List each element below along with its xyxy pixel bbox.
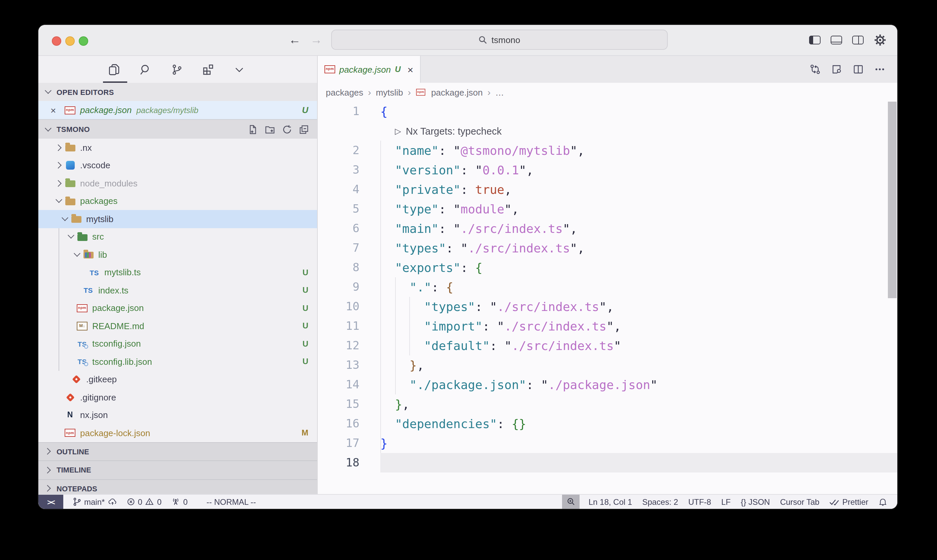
tree-item-packages[interactable]: packages	[38, 192, 317, 210]
source-control-tab-icon[interactable]	[172, 64, 182, 75]
code-line-18[interactable]: 18	[318, 453, 897, 472]
breadcrumb-item[interactable]: mytslib	[376, 87, 403, 97]
indentation-status[interactable]: Spaces: 2	[642, 497, 678, 506]
code-line-6[interactable]: 6 "main": "./src/index.ts",	[318, 219, 897, 238]
new-folder-icon[interactable]	[265, 124, 275, 134]
close-editor-icon[interactable]: ×	[51, 105, 60, 115]
breadcrumb-item[interactable]: packages	[326, 87, 363, 97]
fold-src-icon	[77, 232, 88, 242]
more-views-chevron-icon[interactable]	[234, 64, 245, 74]
open-editors-header[interactable]: OPEN EDITORS	[38, 83, 317, 101]
git-status-badge: M	[302, 428, 317, 438]
indent-guide	[395, 277, 395, 394]
vertical-scrollbar[interactable]	[888, 102, 897, 298]
tree-item-readme-md[interactable]: README.mdU	[38, 317, 317, 335]
chevron-down-icon[interactable]	[67, 232, 77, 242]
remote-indicator[interactable]: ><	[38, 495, 63, 509]
new-file-icon[interactable]	[248, 124, 258, 134]
tree-item--vscode[interactable]: .vscode	[38, 157, 317, 174]
more-actions-icon[interactable]	[874, 64, 885, 75]
chevron-down-icon[interactable]	[54, 196, 65, 206]
open-editor-item[interactable]: × package.json packages/mytslib U	[38, 101, 317, 119]
language-mode-status[interactable]: {} JSON	[741, 497, 770, 506]
line-content: {	[380, 102, 897, 121]
tree-item-index-ts[interactable]: index.tsU	[38, 282, 317, 299]
toggle-secondary-sidebar-button[interactable]	[852, 36, 864, 45]
tree-item-tsconfig-json[interactable]: tsconfig.jsonU	[38, 335, 317, 353]
code-line-12[interactable]: 12 "default": "./src/index.ts"	[318, 336, 897, 355]
chevron-down-icon[interactable]	[73, 250, 83, 260]
explorer-section-header[interactable]: TSMONO	[38, 119, 317, 138]
cursor-tab-status[interactable]: Cursor Tab	[780, 497, 820, 506]
formatter-status[interactable]: Prettier	[829, 497, 868, 506]
problems-status[interactable]: 0 0	[126, 497, 162, 506]
code-line-3[interactable]: 3 "version": "0.0.1",	[318, 160, 897, 180]
cursor-position-status[interactable]: Ln 18, Col 1	[589, 497, 632, 506]
code-line-10[interactable]: 10 "types": "./src/index.ts",	[318, 297, 897, 316]
code-line-14[interactable]: 14 "./package.json": "./package.json"	[318, 375, 897, 394]
tree-item-mytslib-ts[interactable]: mytslib.tsU	[38, 263, 317, 282]
tree-item-lib[interactable]: lib	[38, 246, 317, 263]
tree-item--nx[interactable]: .nx	[38, 138, 317, 157]
tree-item-src[interactable]: src	[38, 228, 317, 246]
tree-item--gitignore[interactable]: .gitignore	[38, 388, 317, 406]
code-line-16[interactable]: 16 "dependencies": {}	[318, 414, 897, 434]
zoom-status-button[interactable]	[562, 495, 580, 509]
code-line-5[interactable]: 5 "type": "module",	[318, 199, 897, 219]
git-branch-status[interactable]: main*	[73, 497, 117, 506]
tree-item-tsconfig-lib-json[interactable]: tsconfig.lib.jsonU	[38, 353, 317, 371]
close-window-button[interactable]	[52, 36, 61, 46]
chevron-right-icon[interactable]	[54, 160, 65, 171]
explorer-tab-icon[interactable]	[108, 64, 120, 75]
settings-gear-icon[interactable]	[874, 34, 886, 46]
vim-mode-indicator[interactable]: -- NORMAL --	[207, 497, 256, 506]
tree-item-mytslib[interactable]: mytslib	[38, 210, 317, 228]
collapse-all-icon[interactable]	[299, 124, 309, 134]
tree-item-package-lock-json[interactable]: package-lock.jsonM	[38, 424, 317, 442]
code-line-2[interactable]: 2 "name": "@tsmono/mytslib",	[318, 141, 897, 160]
code-line-9[interactable]: 9 ".": {	[318, 277, 897, 297]
timeline-section-header[interactable]: TIMELINE	[38, 460, 317, 479]
toggle-primary-sidebar-button[interactable]	[809, 36, 820, 45]
tab-package-json[interactable]: package.json U ×	[318, 56, 421, 83]
forward-button[interactable]: →	[310, 31, 322, 48]
command-center-search[interactable]: tsmono	[331, 29, 668, 50]
zoom-window-button[interactable]	[79, 36, 88, 46]
encoding-status[interactable]: UTF-8	[688, 497, 711, 506]
outline-section-header[interactable]: OUTLINE	[38, 442, 317, 460]
code-line-13[interactable]: 13 },	[318, 355, 897, 375]
notifications-bell[interactable]	[879, 497, 887, 506]
codelens-nx-targets[interactable]: ▷Nx Targets: typecheck	[318, 121, 897, 141]
eol-status[interactable]: LF	[721, 497, 731, 506]
code-line-15[interactable]: 15 },	[318, 394, 897, 414]
open-changes-icon[interactable]	[810, 64, 820, 75]
tree-item-package-json[interactable]: package.jsonU	[38, 299, 317, 317]
ports-status[interactable]: 0	[171, 497, 188, 506]
chevron-down-icon[interactable]	[61, 214, 71, 224]
search-tab-icon[interactable]	[140, 64, 151, 75]
code-line-1[interactable]: 1{	[318, 102, 897, 121]
line-content: "types": "./src/index.ts",	[380, 297, 897, 316]
code-line-7[interactable]: 7 "types": "./src/index.ts",	[318, 238, 897, 258]
tab-close-icon[interactable]: ×	[408, 64, 414, 75]
code-editor[interactable]: 1{▷Nx Targets: typecheck2 "name": "@tsmo…	[318, 102, 897, 494]
toggle-panel-button[interactable]	[831, 36, 842, 45]
minimize-window-button[interactable]	[65, 36, 75, 46]
breadcrumb-item[interactable]: …	[495, 87, 504, 97]
back-button[interactable]: ←	[289, 31, 301, 48]
chevron-right-icon[interactable]	[54, 143, 65, 153]
tree-item-node-modules[interactable]: node_modules	[38, 174, 317, 192]
split-editor-icon[interactable]	[853, 64, 864, 75]
tree-item-label: .nx	[80, 143, 92, 153]
code-line-17[interactable]: 17}	[318, 434, 897, 453]
breadcrumb-item[interactable]: package.json	[431, 87, 483, 97]
extensions-tab-icon[interactable]	[203, 64, 214, 75]
code-line-11[interactable]: 11 "import": "./src/index.ts",	[318, 316, 897, 336]
open-preview-icon[interactable]	[831, 64, 842, 75]
code-line-8[interactable]: 8 "exports": {	[318, 258, 897, 277]
chevron-right-icon[interactable]	[54, 178, 65, 188]
tree-item--gitkeep[interactable]: .gitkeep	[38, 371, 317, 388]
tree-item-nx-json[interactable]: nx.json	[38, 406, 317, 424]
code-line-4[interactable]: 4 "private": true,	[318, 180, 897, 199]
refresh-icon[interactable]	[282, 124, 292, 134]
